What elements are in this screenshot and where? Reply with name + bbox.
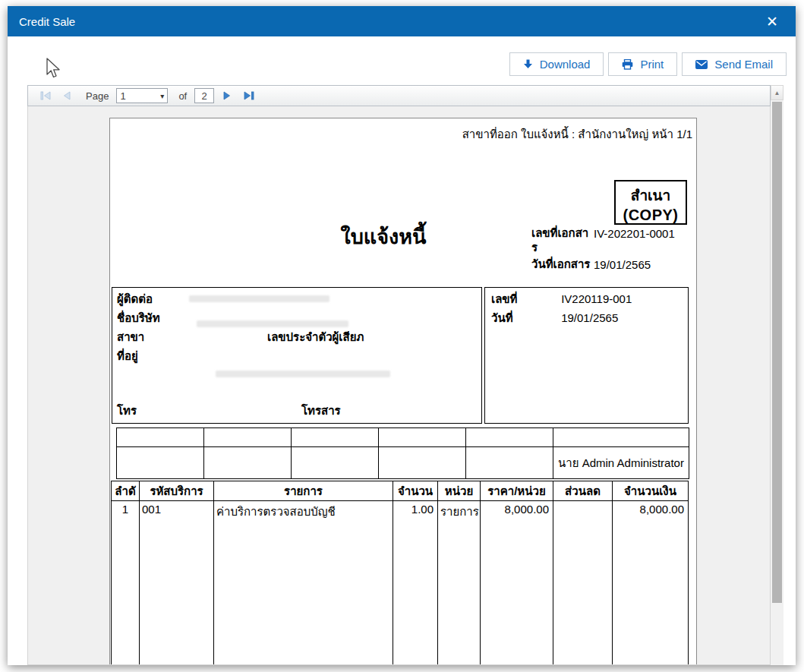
invoice-date-label: วันที่ bbox=[491, 308, 558, 327]
document-viewer: Page 1 ▾ of 2 สาขา bbox=[27, 85, 784, 665]
contact-label: ผู้ติดต่อ bbox=[117, 292, 153, 305]
page-select-value: 1 bbox=[120, 90, 125, 102]
last-page-button[interactable] bbox=[240, 89, 257, 103]
summary-value-row: นาย Admin Administrator bbox=[117, 447, 689, 479]
doc-date-value: 19/01/2565 bbox=[594, 257, 651, 272]
copy-stamp: สำเนา (COPY) bbox=[614, 180, 687, 225]
pager-toolbar: Page 1 ▾ of 2 bbox=[27, 85, 771, 106]
print-button[interactable]: Print bbox=[608, 52, 677, 76]
branch-header-line: สาขาที่ออก ใบแจ้งหนี้ : สำนักงานใหญ่ หน้… bbox=[462, 125, 692, 144]
tax-id-label: เลขประจำตัวผู้เสียภ bbox=[267, 327, 364, 346]
company-row: ชื่อบริษัท bbox=[117, 308, 477, 327]
page-select[interactable]: 1 ▾ bbox=[116, 88, 168, 103]
item-seq: 1 bbox=[112, 501, 140, 666]
document-page: สาขาที่ออก ใบแจ้งหนี้ : สำนักงานใหญ่ หน้… bbox=[109, 118, 697, 665]
address-row: ที่อยู่ bbox=[117, 346, 477, 365]
company-label: ชื่อบริษัท bbox=[117, 311, 160, 324]
print-icon bbox=[622, 59, 633, 70]
caret-down-icon: ▾ bbox=[160, 92, 164, 100]
vertical-scrollbar[interactable]: ▲ bbox=[771, 85, 784, 665]
print-button-label: Print bbox=[640, 58, 664, 71]
item-unit-price: 8,000.00 bbox=[481, 501, 553, 666]
branch-row: สาขา เลขประจำตัวผู้เสียภ bbox=[117, 327, 477, 346]
previous-page-button[interactable] bbox=[58, 89, 75, 103]
doc-date-label: วันที่เอกสาร bbox=[531, 257, 594, 272]
invoice-number-value: IV220119-001 bbox=[561, 292, 632, 305]
dialog-title: Credit Sale bbox=[19, 15, 75, 28]
item-unit: รายการ bbox=[438, 501, 481, 666]
send-email-button-label: Send Email bbox=[714, 58, 773, 71]
col-unit: หน่วย bbox=[438, 481, 481, 501]
invoice-number-row: เลขที่ IV220119-001 bbox=[491, 289, 682, 308]
address-label: ที่อยู่ bbox=[117, 349, 138, 362]
next-page-button[interactable] bbox=[219, 89, 235, 103]
col-description: รายการ bbox=[214, 481, 393, 501]
page-label: Page bbox=[86, 90, 109, 102]
viewer-content: สาขาที่ออก ใบแจ้งหนี้ : สำนักงานใหญ่ หน้… bbox=[27, 106, 771, 665]
scrollbar-thumb[interactable] bbox=[772, 102, 782, 603]
signer-name: นาย Admin Administrator bbox=[553, 447, 689, 479]
credit-sale-dialog: Credit Sale ✕ Download Print bbox=[8, 6, 796, 665]
col-discount: ส่วนลด bbox=[553, 481, 613, 501]
invoice-date-row: วันที่ 19/01/2565 bbox=[491, 308, 682, 327]
items-header-row: ลำดั รหัสบริการ รายการ จำนวน หน่วย ราคา/… bbox=[112, 481, 689, 501]
doc-number-value: IV-202201-0001 bbox=[594, 226, 675, 254]
of-label: of bbox=[178, 90, 187, 102]
col-seq: ลำดั bbox=[112, 481, 140, 501]
download-icon bbox=[523, 59, 533, 69]
summary-table: นาย Admin Administrator bbox=[116, 427, 689, 479]
item-discount bbox=[553, 501, 613, 666]
download-button[interactable]: Download bbox=[509, 52, 604, 76]
item-quantity: 1.00 bbox=[393, 501, 438, 666]
document-meta: เลขที่เอกสาร IV-202201-0001 วันที่เอกสาร… bbox=[531, 226, 697, 274]
scroll-up-button[interactable]: ▲ bbox=[771, 85, 784, 100]
redacted-text bbox=[197, 320, 348, 327]
first-page-button[interactable] bbox=[37, 89, 54, 103]
fax-label: โทรสาร bbox=[301, 401, 341, 420]
copy-stamp-english: (COPY) bbox=[616, 207, 686, 224]
item-description: ค่าบริการตรวจสอบบัญชี bbox=[214, 501, 393, 666]
download-button-label: Download bbox=[540, 58, 591, 71]
redacted-text bbox=[216, 371, 390, 377]
summary-header-row bbox=[117, 428, 689, 447]
invoice-number-label: เลขที่ bbox=[491, 289, 558, 308]
col-service-code: รหัสบริการ bbox=[140, 481, 214, 501]
col-unit-price: ราคา/หน่วย bbox=[481, 481, 553, 501]
document-title: ใบแจ้งหนี้ bbox=[262, 220, 505, 253]
item-amount: 8,000.00 bbox=[613, 501, 689, 666]
close-icon[interactable]: ✕ bbox=[760, 13, 784, 30]
action-buttons: Download Print Send Email bbox=[509, 52, 787, 76]
item-service-code: 001 bbox=[140, 501, 214, 666]
email-icon bbox=[695, 60, 708, 69]
items-table: ลำดั รหัสบริการ รายการ จำนวน หน่วย ราคา/… bbox=[111, 481, 689, 665]
send-email-button[interactable]: Send Email bbox=[682, 52, 787, 76]
contact-row: ผู้ติดต่อ bbox=[117, 289, 477, 308]
tel-label: โทร bbox=[117, 404, 137, 417]
col-quantity: จำนวน bbox=[393, 481, 438, 501]
doc-number-label: เลขที่เอกสาร bbox=[531, 226, 594, 254]
redacted-text bbox=[189, 295, 329, 302]
dialog-titlebar: Credit Sale ✕ bbox=[8, 6, 796, 36]
tel-row: โทร โทรสาร bbox=[117, 401, 477, 420]
total-pages-value: 2 bbox=[202, 90, 207, 102]
invoice-date-value: 19/01/2565 bbox=[561, 311, 618, 324]
document-info-box: เลขที่ IV220119-001 วันที่ 19/01/2565 bbox=[484, 287, 689, 424]
customer-info-box: ผู้ติดต่อ ชื่อบริษัท สาขา เลขประจำตัวผู้… bbox=[112, 287, 482, 424]
branch-label: สาขา bbox=[117, 330, 144, 343]
col-amount: จำนวนเงิน bbox=[613, 481, 689, 501]
total-pages-box: 2 bbox=[194, 88, 214, 103]
item-row: 1 001 ค่าบริการตรวจสอบบัญชี 1.00 รายการ … bbox=[112, 501, 689, 666]
copy-stamp-thai: สำเนา bbox=[616, 184, 686, 207]
doc-date-row: วันที่เอกสาร 19/01/2565 bbox=[531, 257, 697, 272]
doc-number-row: เลขที่เอกสาร IV-202201-0001 bbox=[531, 226, 697, 254]
